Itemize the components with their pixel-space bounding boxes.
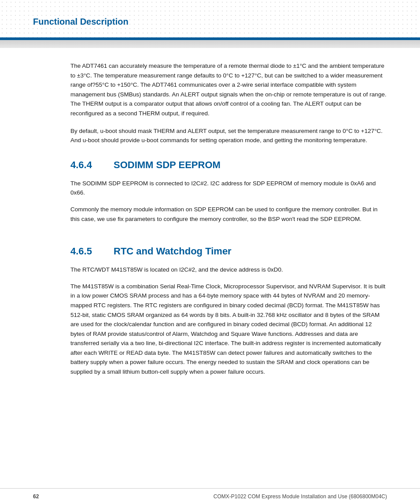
section-4-6-5-number: 4.6.5 xyxy=(70,246,101,257)
footer-doc-title: COMX-P1022 COM Express Module Installati… xyxy=(214,493,387,500)
header-area: Functional Description xyxy=(0,0,420,37)
intro-paragraph-2: By default, u-boot should mask THERM and… xyxy=(70,126,387,145)
section-4-6-5-heading: 4.6.5 RTC and Watchdog Timer xyxy=(70,246,387,257)
page-footer: 62 COMX-P1022 COM Express Module Install… xyxy=(0,488,420,504)
footer-page-number: 62 xyxy=(33,493,39,500)
section-4-6-4-title: SODIMM SDP EEPROM xyxy=(114,159,221,171)
gray-decorative-bar xyxy=(0,40,420,48)
section-4-6-4-para-1: The SODIMM SDP EEPROM is connected to I2… xyxy=(70,179,387,198)
section-4-6-4-heading: 4.6.4 SODIMM SDP EEPROM xyxy=(70,159,387,171)
section-4-6-5-para-1: The RTC/WDT M41ST85W is located on I2C#2… xyxy=(70,265,387,275)
section-4-6-4-number: 4.6.4 xyxy=(70,159,101,171)
page-title: Functional Description xyxy=(33,17,129,27)
section-4-6-4-para-2: Commonly the memory module information o… xyxy=(70,205,387,224)
main-content: The ADT7461 can accurately measure the t… xyxy=(0,52,420,401)
section-4-6-5-para-2: The M41ST85W is a combination Serial Rea… xyxy=(70,282,387,377)
intro-paragraph-1: The ADT7461 can accurately measure the t… xyxy=(70,61,387,118)
section-4-6-5-title: RTC and Watchdog Timer xyxy=(114,246,232,257)
